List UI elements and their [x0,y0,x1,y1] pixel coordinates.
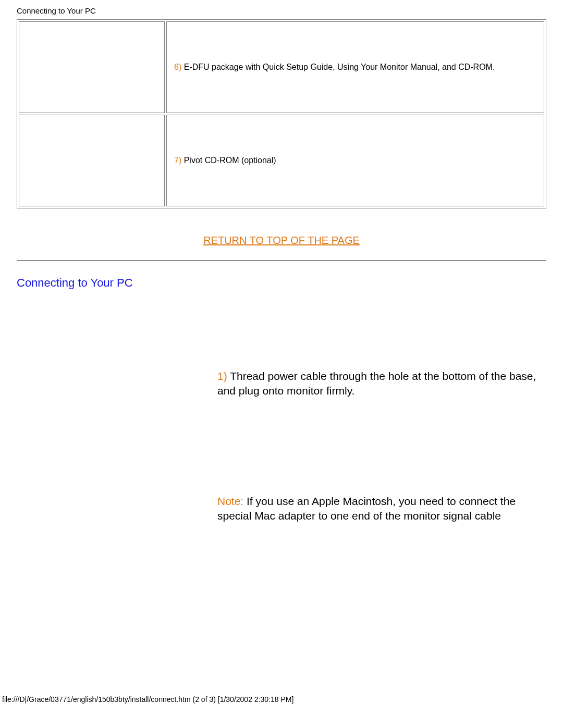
section-divider [17,260,546,261]
page-footer-path: file:///D|/Grace/03771/english/150b3bty/… [0,680,563,707]
item-number: 7) [174,156,181,165]
step-image-placeholder [17,446,212,571]
item-number: 6) [174,63,181,71]
item-text: Pivot CD-ROM (optional) [181,156,276,165]
steps-table: 1) Thread power cable through the hole a… [17,321,546,571]
note-label: Note: [217,495,243,507]
return-to-top-link[interactable]: RETURN TO TOP OF THE PAGE [203,235,360,246]
pack-item-image-placeholder [19,21,165,113]
step-number: 1) [217,370,227,382]
step-text-cell: Note: If you use an Apple Macintosh, you… [212,446,546,571]
table-row: 1) Thread power cable through the hole a… [17,321,546,446]
pack-item-text-cell: 6) E-DFU package with Quick Setup Guide,… [166,21,544,113]
section-title: Connecting to Your PC [17,276,546,290]
table-row: 6) E-DFU package with Quick Setup Guide,… [19,21,544,113]
pack-item-image-placeholder [19,115,165,206]
pack-contents-table: 6) E-DFU package with Quick Setup Guide,… [17,19,546,208]
step-image-placeholder [17,321,212,446]
step-text: Thread power cable through the hole at t… [217,370,536,397]
item-text: E-DFU package with Quick Setup Guide, Us… [181,63,495,71]
page-header-title: Connecting to Your PC [17,4,546,19]
table-row: Note: If you use an Apple Macintosh, you… [17,446,546,571]
table-row: 7) Pivot CD-ROM (optional) [19,115,544,206]
note-text: If you use an Apple Macintosh, you need … [217,495,516,522]
return-to-top-container: RETURN TO TOP OF THE PAGE [17,208,546,257]
pack-item-text-cell: 7) Pivot CD-ROM (optional) [166,115,544,206]
step-text-cell: 1) Thread power cable through the hole a… [212,321,546,446]
